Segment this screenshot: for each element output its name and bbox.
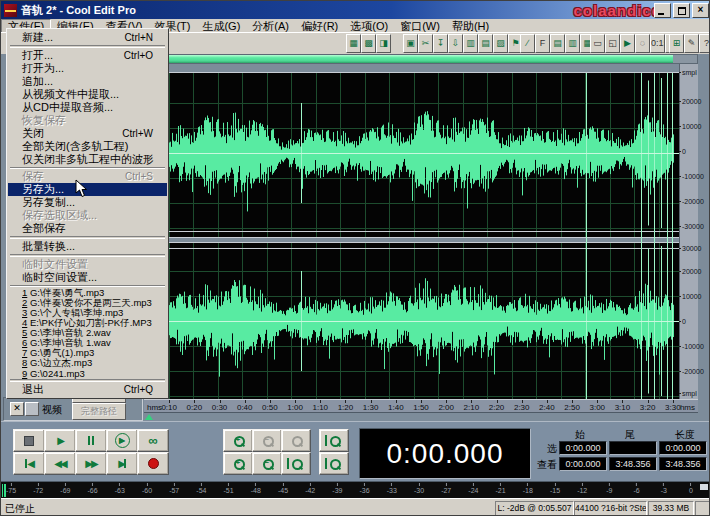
mix-paste-icon[interactable]: ⇩ (448, 34, 463, 53)
zoom-out-button[interactable]: − (252, 429, 282, 452)
video-label: 视频 (42, 403, 62, 417)
effect-2-icon[interactable]: ▥ (565, 34, 580, 53)
transport-dock: ▶▶∞◀◀◀▶▶▶ +−+− 0:00.000 始尾长度选0:00.0000:0… (1, 421, 710, 482)
spectral-view-icon[interactable]: ▩ (361, 34, 376, 53)
record-button[interactable] (137, 452, 169, 475)
copy-icon[interactable]: ▣ (403, 34, 418, 53)
play-button[interactable]: ▶ (44, 429, 76, 452)
video-toggle-button[interactable] (25, 402, 39, 416)
scale-label: -10000 (682, 173, 704, 180)
selection-value[interactable]: 3:48.356 (659, 457, 707, 471)
meter-scale-label: -42 (305, 483, 315, 495)
zoom-in-vertical-button[interactable]: + (223, 452, 253, 475)
meter-scale-label: -54 (196, 483, 206, 495)
fast-forward-button[interactable]: ▶▶ (75, 452, 107, 475)
copy-to-new-icon[interactable]: ▥ (463, 34, 478, 53)
horizontal-scrollbar[interactable] (144, 54, 698, 64)
close-button[interactable]: × (692, 3, 709, 18)
status-bar: 已停止 L: -2dB @ 0:05.507 44100 ?16-bit ?St… (1, 498, 710, 516)
menu-item-recent-file[interactable]: 9 G:\0241.mp3 (8, 368, 167, 378)
waveform-view-icon[interactable]: ▦ (346, 34, 361, 53)
full-path-button[interactable]: 完整路径 (72, 403, 126, 420)
zoom-selection-right-button[interactable] (319, 452, 349, 475)
stop-button[interactable] (13, 429, 45, 452)
time-ruler[interactable]: hms0:100:200:300:400:501:001:101:201:301… (144, 399, 698, 413)
ruler-tick-label: 3:20 (640, 404, 656, 412)
toolbar-group: ▣✂↧⇩▥▤▨⚑ (403, 34, 523, 53)
play-looped-button[interactable]: ▶ (106, 429, 138, 452)
selection-value[interactable]: 0:00.000 (559, 441, 607, 455)
insert-cdlist-icon[interactable]: ▨ (493, 34, 508, 53)
help-icon[interactable]: ? (699, 34, 710, 53)
menu-item-file[interactable]: 批量转换... (8, 240, 167, 253)
cool-edit-pro-window: 音轨 2* - Cool Edit Pro colaandice × 文件(F)… (0, 0, 710, 516)
meter-scale-label: -48 (251, 483, 261, 495)
app-icon (4, 4, 17, 17)
zoom-to-selection-button[interactable] (319, 429, 349, 452)
preferences-icon[interactable]: ⊞ (669, 34, 684, 53)
pause-button[interactable] (75, 429, 107, 452)
rewind-button[interactable]: ◀◀ (44, 452, 76, 475)
meter-scale-label: -45 (278, 483, 288, 495)
menu-item-file[interactable]: 仅关闭非多轨工程中的波形 (8, 153, 167, 166)
video-close-checkbox[interactable]: ✕ (10, 402, 24, 416)
menu-item-file[interactable]: 全部保存 (8, 222, 167, 235)
waveform-canvas[interactable] (144, 64, 679, 399)
menu-item-file[interactable]: 新建...Ctrl+N (8, 31, 167, 44)
selection-value[interactable]: 3:48.356 (609, 457, 657, 471)
menu-item-shortcut: Ctrl+S (125, 171, 163, 182)
zoom-in-button[interactable]: + (223, 429, 253, 452)
selection-value[interactable] (609, 441, 657, 455)
menu-title-w[interactable]: 窗口(W) (394, 20, 446, 32)
selection-header: 始 (575, 428, 585, 442)
find-icon[interactable]: ◌ (635, 34, 650, 53)
window-organizer-icon[interactable]: ◱ (605, 34, 620, 53)
menu-title-r[interactable]: 偏好(R) (295, 20, 344, 32)
minimize-button[interactable] (654, 3, 671, 18)
window-main-icon[interactable]: ▭ (590, 34, 605, 53)
play-preview-icon[interactable]: ▶ (620, 34, 635, 53)
time-window-icon[interactable]: 0:15 (650, 34, 665, 53)
cut-icon[interactable]: ✂ (418, 34, 433, 53)
menu-item-recent-file[interactable]: 8 G:\边立杰.mp3 (8, 358, 167, 368)
selection-value[interactable]: 0:00.000 (559, 457, 607, 471)
scale-label: 10000 (682, 123, 701, 130)
loop-button[interactable]: ∞ (137, 429, 169, 452)
go-to-end-button[interactable]: ▶ (106, 452, 138, 475)
scale-label: -20000 (682, 198, 704, 205)
level-meter[interactable]: -75-72-69-66-63-60-57-54-51-48-45-42-39-… (1, 481, 710, 498)
time-display[interactable]: 0:00.000 (359, 428, 531, 479)
meter-scale-label: -39 (332, 483, 342, 495)
menu-title-g[interactable]: 生成(G) (196, 20, 246, 32)
cue-marker[interactable] (145, 414, 153, 420)
frequency-analysis-icon[interactable]: F (535, 34, 550, 53)
menu-item-shortcut: Ctrl+N (124, 32, 163, 43)
cd-player-icon[interactable]: ◨ (376, 34, 391, 53)
menu-item-file[interactable]: 退出Ctrl+Q (8, 383, 167, 396)
selection-value[interactable]: 0:00.000 (659, 441, 707, 455)
menu-title-h[interactable]: 帮助(H) (446, 20, 495, 32)
go-to-beginning-button[interactable]: ◀ (13, 452, 45, 475)
meter-scale-label: -15 (550, 483, 560, 495)
menu-item-label: 批量转换... (22, 239, 75, 254)
zoom-full-button[interactable] (281, 429, 311, 452)
insert-multitrack-icon[interactable]: ▤ (478, 34, 493, 53)
zoom-out-vertical-button[interactable]: − (252, 452, 282, 475)
restore-button[interactable] (673, 3, 690, 18)
paste-icon[interactable]: ↧ (433, 34, 448, 53)
meter-scale-label: -33 (387, 483, 397, 495)
pencil-edit-icon[interactable]: ∕ (520, 34, 535, 53)
menu-title-o[interactable]: 选项(O) (344, 20, 394, 32)
zoom-selection-left-button[interactable] (281, 452, 311, 475)
menu-title-a[interactable]: 分析(A) (246, 20, 295, 32)
meter-scale-label: -72 (33, 483, 43, 495)
zoom-controls: +−+− (223, 429, 353, 475)
selection-row: 查看0:00.0003:48.3563:48.356 (535, 457, 707, 470)
scripts-icon[interactable]: ✎ (684, 34, 699, 53)
scrollbar-thumb[interactable] (145, 55, 673, 63)
ruler-tick-label: 2:30 (514, 404, 530, 412)
ruler-tick-label: 1:10 (312, 404, 328, 412)
menu-item-file[interactable]: 临时空间设置... (8, 271, 167, 284)
organizer-panel-fragment: ✕ 视频 完整路径 (3, 397, 143, 421)
effect-1-icon[interactable]: ▤ (550, 34, 565, 53)
